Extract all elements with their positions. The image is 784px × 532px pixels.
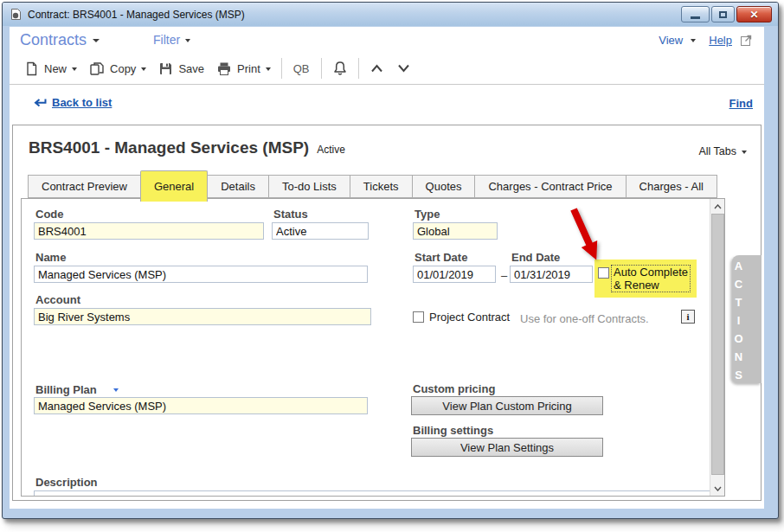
- tab-charges-contract-price[interactable]: Charges - Contract Price: [474, 175, 626, 198]
- description-field[interactable]: [34, 490, 710, 497]
- back-arrow-icon: [32, 98, 47, 108]
- end-date-field[interactable]: [510, 266, 593, 283]
- contract-page-frame: BRS4001 - Managed Services (MSP) Active …: [12, 125, 762, 501]
- type-label: Type: [414, 208, 440, 221]
- alerts-button[interactable]: [326, 61, 354, 77]
- menubar-right: View Help: [659, 33, 764, 47]
- print-icon: [216, 61, 232, 76]
- project-contract-row: Project Contract: [413, 311, 510, 324]
- scroll-up-button[interactable]: [710, 199, 725, 214]
- tab-contract-preview[interactable]: Contract Preview: [28, 175, 141, 198]
- red-annotation-arrow: [567, 206, 619, 266]
- back-to-list-label: Back to list: [52, 96, 112, 109]
- view-menu[interactable]: View: [659, 34, 683, 47]
- billing-plan-label: Billing Plan: [35, 383, 97, 396]
- auto-complete-renew-label[interactable]: Auto Complete& Renew: [612, 266, 690, 292]
- chevron-down-icon: [742, 151, 747, 154]
- account-field[interactable]: [34, 308, 371, 325]
- scroll-down-button[interactable]: [710, 481, 725, 496]
- end-date-label: End Date: [511, 251, 560, 264]
- minimize-button[interactable]: [681, 6, 710, 22]
- copy-icon: [89, 61, 105, 76]
- tab-general[interactable]: General: [140, 170, 208, 202]
- copy-button[interactable]: Copy: [83, 61, 152, 76]
- chevron-down-icon[interactable]: [691, 39, 696, 42]
- chevron-up-icon: [370, 63, 384, 74]
- scroll-up-icon: [714, 204, 722, 209]
- name-field[interactable]: [34, 266, 368, 283]
- actions-side-tab[interactable]: ACTIONS: [732, 255, 762, 383]
- auto-complete-renew-checkbox[interactable]: [598, 267, 609, 279]
- help-link[interactable]: Help: [709, 34, 732, 47]
- tab-todo-lists[interactable]: To-do Lists: [268, 175, 350, 198]
- new-button[interactable]: New: [18, 61, 83, 76]
- tab-charges-all[interactable]: Charges - All: [626, 175, 717, 198]
- code-field[interactable]: [34, 222, 264, 240]
- status-badge: Active: [317, 144, 345, 156]
- billing-plan-dropdown-icon[interactable]: [113, 388, 119, 392]
- billing-plan-field[interactable]: [34, 397, 368, 414]
- screenshot-stage: Contract: BRS4001 - Managed Services (MS…: [0, 0, 784, 532]
- close-button[interactable]: ✕: [736, 6, 772, 22]
- navigation-strip: Back to list Find: [10, 85, 764, 124]
- scrollbar-thumb[interactable]: [711, 214, 724, 475]
- page-header: BRS4001 - Managed Services (MSP) Active: [29, 138, 345, 157]
- start-date-field[interactable]: [413, 266, 496, 283]
- chevron-down-icon: [396, 63, 411, 74]
- chevron-down-icon: [266, 67, 271, 71]
- bell-icon: [332, 61, 348, 77]
- menubar: Contracts Filter View Help: [10, 27, 764, 53]
- popout-icon[interactable]: [740, 33, 754, 47]
- status-field[interactable]: [272, 222, 369, 240]
- all-tabs-dropdown[interactable]: All Tabs: [698, 145, 747, 157]
- toolbar-separator: [358, 58, 359, 79]
- next-record-button[interactable]: [390, 63, 417, 74]
- new-document-icon: [24, 61, 39, 76]
- toolbar-separator: [281, 58, 282, 79]
- chevron-down-icon: [72, 67, 77, 71]
- all-tabs-label: All Tabs: [698, 145, 736, 157]
- save-icon: [158, 61, 173, 76]
- restore-icon: [719, 11, 727, 18]
- filter-menu-label: Filter: [153, 33, 180, 47]
- minimize-icon: [691, 16, 700, 19]
- previous-record-button[interactable]: [363, 63, 390, 74]
- info-icon[interactable]: i: [681, 310, 695, 324]
- vertical-scrollbar[interactable]: [710, 199, 724, 496]
- window-titlebar[interactable]: Contract: BRS4001 - Managed Services (MS…: [3, 3, 778, 26]
- window-controls: ✕: [681, 6, 772, 22]
- tab-details[interactable]: Details: [207, 175, 269, 198]
- name-label: Name: [35, 251, 66, 264]
- toolbar-separator: [321, 58, 322, 79]
- tab-bar: Contract Preview General Details To-do L…: [28, 174, 717, 198]
- tab-quotes[interactable]: Quotes: [412, 175, 476, 198]
- contracts-menu[interactable]: Contracts: [20, 31, 100, 49]
- chevron-down-icon: [185, 39, 190, 42]
- app-window: Contract: BRS4001 - Managed Services (MS…: [2, 2, 779, 519]
- tab-tickets[interactable]: Tickets: [350, 175, 413, 198]
- restore-button[interactable]: [711, 6, 735, 22]
- description-label: Description: [35, 476, 98, 489]
- quickbooks-button[interactable]: QB: [286, 62, 317, 75]
- project-contract-hint: Use for one-off Contracts.: [520, 312, 649, 325]
- type-field[interactable]: [413, 222, 498, 240]
- view-plan-custom-pricing-button[interactable]: View Plan Custom Pricing: [411, 396, 603, 415]
- auto-complete-line2: & Renew: [614, 279, 659, 292]
- print-button[interactable]: Print: [210, 61, 277, 76]
- filter-menu[interactable]: Filter: [153, 33, 190, 47]
- status-label: Status: [273, 208, 308, 221]
- view-plan-settings-button[interactable]: View Plan Settings: [411, 438, 603, 457]
- back-to-list-link[interactable]: Back to list: [32, 96, 112, 109]
- find-link[interactable]: Find: [729, 97, 753, 110]
- chevron-down-icon: [93, 39, 100, 42]
- start-date-label: Start Date: [414, 251, 467, 264]
- save-button[interactable]: Save: [152, 61, 210, 76]
- save-button-label: Save: [178, 62, 204, 75]
- auto-complete-line1: Auto Complete: [614, 266, 688, 279]
- billing-settings-label: Billing settings: [413, 424, 493, 437]
- date-range-separator: –: [501, 269, 507, 282]
- copy-button-label: Copy: [110, 62, 136, 75]
- chevron-down-icon: [141, 67, 146, 71]
- project-contract-checkbox[interactable]: [413, 311, 424, 323]
- custom-pricing-label: Custom pricing: [413, 382, 495, 395]
